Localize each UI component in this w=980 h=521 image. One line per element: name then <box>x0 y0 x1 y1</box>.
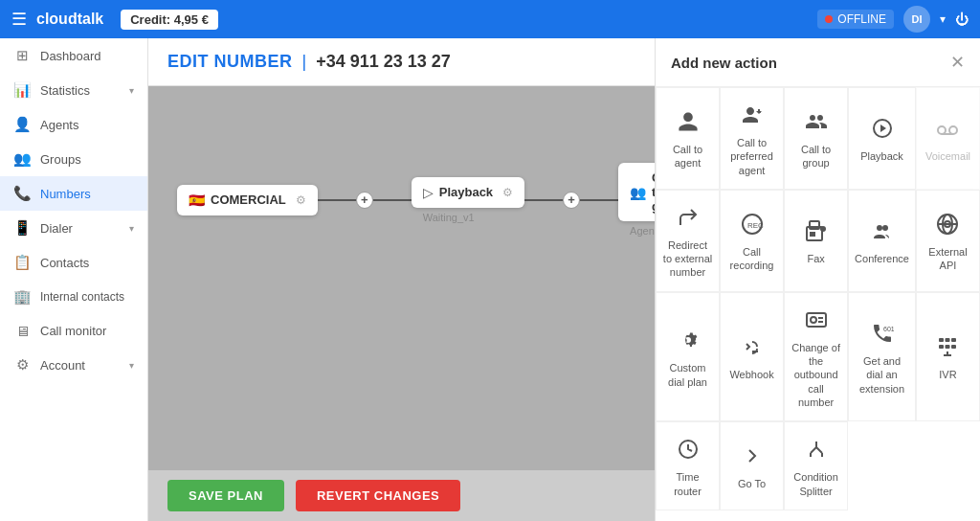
contacts-icon: 📋 <box>13 254 31 271</box>
action-ivr[interactable]: IVR <box>916 292 980 421</box>
playback-sub: Waiting_v1 <box>412 212 475 223</box>
action-change-outbound[interactable]: Change of the outbound call number <box>784 292 848 421</box>
sidebar-item-agents[interactable]: 👤 Agents <box>0 107 147 142</box>
action-fax[interactable]: Fax <box>784 190 848 292</box>
custom-dial-plan-label: Custom dial plan <box>662 361 713 389</box>
action-custom-dial-plan[interactable]: Custom dial plan <box>656 292 720 421</box>
comercial-label: COMERCIAL <box>211 193 286 207</box>
action-time-router[interactable]: Time router <box>656 421 720 510</box>
sidebar-label-dashboard: Dashboard <box>40 49 101 63</box>
call-to-group-sub: Agents <box>618 225 655 237</box>
status-dot <box>825 15 833 23</box>
flow-node-call-to-group-wrapper: 👥 Call to group Agents <box>618 163 655 237</box>
save-plan-button[interactable]: SAVE PLAN <box>167 480 284 511</box>
svg-marker-1 <box>880 125 886 132</box>
credit-badge: Credit: 4,95 € <box>121 10 218 30</box>
action-conference[interactable]: Conference <box>848 190 916 292</box>
action-get-and-dial[interactable]: 601 Get and dial an extension <box>848 292 916 421</box>
avatar[interactable]: DI <box>903 6 930 33</box>
call-to-preferred-agent-label: Call to preferred agent <box>726 136 777 177</box>
svg-text:REC: REC <box>747 221 764 230</box>
add-action-btn-2[interactable]: + <box>563 192 580 209</box>
sidebar-item-statistics[interactable]: 📊 Statistics ▾ <box>0 73 147 107</box>
line-2b <box>580 199 618 201</box>
action-go-to[interactable]: Go To <box>720 421 784 510</box>
action-external-api[interactable]: External API <box>916 190 980 292</box>
sidebar-item-contacts[interactable]: 📋 Contacts <box>0 245 147 280</box>
sidebar-label-account: Account <box>40 358 85 373</box>
playback-label: Playback <box>439 185 493 199</box>
actions-grid: Call to agent Call to preferred agent Ca… <box>656 87 980 510</box>
dashboard-icon: ⊞ <box>13 47 31 64</box>
page-header: EDIT NUMBER | +34 911 23 13 27 <box>148 38 655 86</box>
action-panel: Add new action ✕ Call to agent Call to p… <box>655 38 980 521</box>
sidebar-item-dialer[interactable]: 📱 Dialer ▾ <box>0 211 147 245</box>
action-call-to-preferred-agent[interactable]: Call to preferred agent <box>720 87 784 190</box>
sidebar-label-call-monitor: Call monitor <box>40 324 106 338</box>
voicemail-label: Voicemail <box>925 149 970 163</box>
webhook-icon <box>737 331 768 362</box>
flow-node-comercial[interactable]: 🇪🇸 COMERCIAL ⚙ <box>177 185 318 215</box>
svg-point-12 <box>882 225 888 231</box>
svg-rect-24 <box>946 345 950 349</box>
playback-panel-label: Playback <box>860 149 903 163</box>
hamburger-icon[interactable]: ☰ <box>11 9 27 30</box>
page-title: EDIT NUMBER <box>167 52 293 72</box>
contact-card-icon <box>801 305 832 335</box>
people-icon <box>801 106 832 137</box>
svg-rect-23 <box>939 345 944 349</box>
action-playback[interactable]: Playback <box>848 87 916 190</box>
chevron-down-icon-2: ▾ <box>129 223 134 234</box>
chevron-down-icon: ▾ <box>129 85 134 96</box>
action-webhook[interactable]: Webhook <box>720 292 784 421</box>
svg-rect-21 <box>946 338 950 342</box>
sidebar-item-dashboard[interactable]: ⊞ Dashboard <box>0 38 147 73</box>
account-icon: ⚙ <box>13 356 31 374</box>
gear-icon-action <box>673 325 703 355</box>
sidebar-label-statistics: Statistics <box>40 83 90 98</box>
call-to-group-label: Call to group <box>652 170 655 214</box>
sidebar-label-agents: Agents <box>40 118 78 132</box>
call-to-agent-label: Call to agent <box>662 143 713 170</box>
flow-node-playback-wrapper: ▷ Playback ⚙ Waiting_v1 <box>412 177 524 223</box>
sidebar-item-call-monitor[interactable]: 🖥 Call monitor <box>0 314 147 348</box>
gear-icon-playback[interactable]: ⚙ <box>502 186 513 199</box>
action-call-to-agent[interactable]: Call to agent <box>656 87 720 190</box>
flow-node-call-to-group[interactable]: 👥 Call to group <box>618 163 655 221</box>
phone-ext-icon: 601 <box>867 318 898 349</box>
svg-rect-22 <box>951 338 956 342</box>
sidebar-item-groups[interactable]: 👥 Groups <box>0 142 147 176</box>
dropdown-chevron-icon[interactable]: ▾ <box>940 12 946 26</box>
sidebar-item-numbers[interactable]: 📞 Numbers <box>0 176 147 211</box>
add-action-btn-1[interactable]: + <box>356 192 373 209</box>
line-1b <box>373 199 412 201</box>
close-icon[interactable]: ✕ <box>950 52 965 73</box>
action-call-to-group[interactable]: Call to group <box>784 87 848 190</box>
action-voicemail: Voicemail <box>916 87 980 190</box>
change-outbound-label: Change of the outbound call number <box>791 341 841 409</box>
svg-text:601: 601 <box>883 326 894 332</box>
get-and-dial-label: Get and dial an extension <box>855 354 909 396</box>
gear-icon-comercial[interactable]: ⚙ <box>296 193 306 207</box>
panel-header: Add new action ✕ <box>656 38 980 87</box>
svg-line-30 <box>811 447 816 453</box>
status-label: OFFLINE <box>837 12 886 26</box>
flow-node-playback[interactable]: ▷ Playback ⚙ <box>412 177 524 208</box>
sidebar-item-internal-contacts[interactable]: 🏢 Internal contacts <box>0 280 147 314</box>
action-condition-splitter[interactable]: Condition Splitter <box>784 421 848 510</box>
flow-canvas: 🇪🇸 COMERCIAL ⚙ + ▷ Playback ⚙ <box>148 86 655 470</box>
logo: cloudtalk <box>36 11 103 28</box>
group-icon: 👥 <box>630 185 646 200</box>
power-icon[interactable]: ⏻ <box>955 11 969 27</box>
title-divider: | <box>302 52 307 72</box>
action-redirect-to-external[interactable]: Redirect to external number <box>656 190 720 292</box>
call-to-group-panel-label: Call to group <box>791 143 841 170</box>
action-call-recording[interactable]: REC Call recording <box>720 190 784 292</box>
conference-label: Conference <box>855 252 909 265</box>
play-icon: ▷ <box>423 185 434 200</box>
person-icon <box>673 106 703 137</box>
svg-rect-9 <box>810 232 815 237</box>
flow-nodes: 🇪🇸 COMERCIAL ⚙ + ▷ Playback ⚙ <box>148 86 655 313</box>
sidebar-item-account[interactable]: ⚙ Account ▾ <box>0 348 147 382</box>
revert-changes-button[interactable]: REVERT CHANGES <box>296 480 460 511</box>
